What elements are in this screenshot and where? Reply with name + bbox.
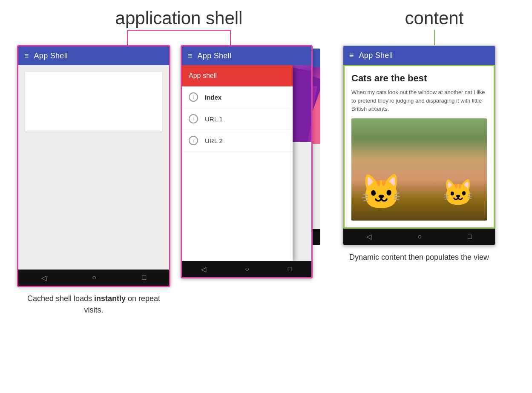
right-phone: ≡ App Shell Cats are the best When my ca… [342, 45, 496, 246]
bracket-left-down [127, 30, 128, 45]
green-connector-line [434, 30, 435, 45]
right-caption: Dynamic content then populates the view [349, 252, 489, 263]
drawer-header: App shell [182, 65, 293, 86]
cat-image [351, 118, 487, 221]
left-phone-section: ≡ App Shell ◁ ○ □ Cached shell loads ins… [17, 45, 170, 316]
content-card: Cats are the best When my cats look out … [343, 65, 495, 229]
hamburger-icon: ≡ [24, 52, 29, 60]
bracket-connector [98, 30, 260, 45]
caption-instantly: instantly [94, 294, 126, 303]
right-hamburger-icon: ≡ [349, 52, 354, 59]
drawer-item-icon-1: i [189, 92, 198, 102]
left-app-bar: ≡ App Shell [18, 46, 169, 65]
caption-prefix: Cached shell loads [27, 294, 94, 303]
left-nav-bar: ◁ ○ □ [18, 270, 169, 286]
middle-back-icon[interactable]: ◁ [201, 265, 206, 273]
app-shell-heading: application shell [115, 9, 243, 28]
right-home-icon[interactable]: ○ [417, 233, 422, 241]
right-back-icon[interactable]: ◁ [366, 232, 371, 241]
middle-recents-icon[interactable]: □ [288, 265, 292, 273]
drawer-item-url2[interactable]: i URL 2 [182, 130, 293, 152]
middle-home-icon[interactable]: ○ [245, 265, 249, 273]
drawer-item-icon-2: i [189, 114, 198, 123]
bracket-right-down [230, 30, 231, 45]
right-phone-section: ≡ App Shell Cats are the best When my ca… [342, 45, 496, 263]
drawer-item-index[interactable]: i Index [182, 86, 293, 108]
middle-phone-body: App shell i Index i URL 1 i [182, 65, 311, 261]
left-app-bar-title: App Shell [34, 52, 68, 60]
middle-phone-front: ≡ App Shell [181, 45, 313, 278]
recents-icon[interactable]: □ [142, 274, 147, 281]
right-nav-bar: ◁ ○ □ [343, 229, 495, 245]
content-heading: content [405, 9, 464, 28]
right-app-bar-title: App Shell [359, 51, 393, 60]
back-icon[interactable]: ◁ [41, 274, 46, 282]
right-recents-icon[interactable]: □ [468, 233, 472, 241]
drawer-item-label-3: URL 2 [205, 137, 223, 144]
drawer-header-text: App shell [189, 72, 217, 80]
drawer-item-label-1: Index [205, 94, 221, 101]
content-label-area: content [354, 9, 515, 45]
right-phone-body: Cats are the best When my cats look out … [343, 65, 495, 229]
middle-phone-section: ≡ App Shell ◁ ○ □ [181, 45, 325, 278]
middle-app-bar: ≡ App Shell [182, 46, 311, 65]
placeholder-content-box [25, 72, 162, 132]
left-phone: ≡ App Shell ◁ ○ □ [17, 45, 170, 287]
nav-drawer: App shell i Index i URL 1 i [182, 65, 293, 261]
drawer-item-label-2: URL 1 [205, 115, 223, 123]
drawer-item-url1[interactable]: i URL 1 [182, 108, 293, 130]
app-shell-label-area: application shell [17, 9, 341, 45]
bracket-horizontal-line [127, 30, 230, 31]
middle-nav-bar: ◁ ○ □ [182, 261, 311, 277]
right-app-bar: ≡ App Shell [343, 46, 495, 65]
middle-hamburger-icon: ≡ [188, 52, 193, 60]
middle-app-bar-title: App Shell [198, 52, 232, 60]
drawer-item-icon-3: i [189, 136, 198, 145]
middle-phone-wrapper: ≡ App Shell ◁ ○ □ [181, 45, 325, 278]
left-caption: Cached shell loads instantly on repeat v… [17, 293, 170, 316]
card-title: Cats are the best [351, 73, 487, 84]
home-icon[interactable]: ○ [92, 274, 96, 281]
left-phone-body [18, 65, 169, 270]
card-text: When my cats look out the window at anot… [351, 88, 487, 113]
